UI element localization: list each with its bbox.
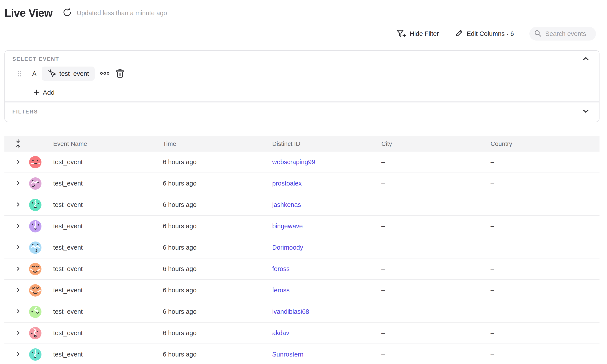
user-avatar bbox=[29, 199, 41, 211]
live-view-page: Live View Updated less than a minute ago… bbox=[0, 0, 607, 364]
page-header: Live View Updated less than a minute ago bbox=[4, 4, 167, 22]
refresh-button[interactable] bbox=[62, 8, 72, 18]
expand-row-button[interactable] bbox=[16, 287, 21, 293]
cell-time: 6 hours ago bbox=[163, 158, 272, 166]
cell-time: 6 hours ago bbox=[163, 222, 272, 230]
updated-status: Updated less than a minute ago bbox=[77, 10, 167, 17]
table-row[interactable]: test_event 6 hours ago feross – – bbox=[4, 280, 599, 301]
distinct-id-link[interactable]: ivandiblasi68 bbox=[272, 308, 309, 315]
user-avatar bbox=[29, 242, 41, 254]
cell-city: – bbox=[381, 329, 491, 337]
cell-city: – bbox=[381, 287, 491, 294]
delete-clause-button[interactable] bbox=[116, 68, 124, 79]
user-avatar bbox=[29, 348, 41, 361]
edit-columns-label: Edit Columns · 6 bbox=[467, 30, 514, 38]
event-clause-row: A test_event bbox=[5, 66, 124, 81]
cell-time: 6 hours ago bbox=[163, 201, 272, 208]
user-avatar bbox=[29, 156, 41, 168]
cell-event-name: test_event bbox=[53, 351, 163, 358]
distinct-id-link[interactable]: akdav bbox=[272, 329, 289, 337]
expand-row-button[interactable] bbox=[16, 159, 21, 165]
user-avatar bbox=[29, 284, 41, 297]
collapse-rows-button[interactable] bbox=[15, 138, 21, 150]
cell-event-name: test_event bbox=[53, 287, 163, 294]
distinct-id-link[interactable]: jashkenas bbox=[272, 201, 301, 208]
add-event-button[interactable]: Add bbox=[34, 88, 55, 97]
distinct-id-link[interactable]: feross bbox=[272, 287, 290, 294]
cell-country: – bbox=[491, 244, 599, 251]
hide-filter-button[interactable]: Hide Filter bbox=[396, 29, 439, 39]
chevron-right-icon bbox=[16, 287, 21, 293]
cell-country: – bbox=[491, 351, 599, 358]
expand-filters-button[interactable] bbox=[581, 108, 591, 115]
filters-section: FILTERS bbox=[5, 103, 599, 121]
expand-row-button[interactable] bbox=[16, 309, 21, 314]
cell-city: – bbox=[381, 351, 491, 358]
chevron-down-icon bbox=[583, 109, 589, 114]
cell-time: 6 hours ago bbox=[163, 265, 272, 273]
click-cursor-icon bbox=[47, 68, 56, 79]
table-row[interactable]: test_event 6 hours ago prostoalex – – bbox=[4, 173, 599, 194]
table-header-row: Event Name Time Distinct ID City Country bbox=[4, 136, 599, 152]
chevron-right-icon bbox=[16, 266, 21, 272]
table-row[interactable]: test_event 6 hours ago webscraping99 – – bbox=[4, 152, 599, 173]
distinct-id-link[interactable]: bingewave bbox=[272, 222, 303, 230]
cell-time: 6 hours ago bbox=[163, 308, 272, 315]
distinct-id-link[interactable]: prostoalex bbox=[272, 180, 302, 187]
event-select-chip[interactable]: test_event bbox=[42, 66, 95, 81]
distinct-id-link[interactable]: Dorimoody bbox=[272, 244, 303, 251]
pencil-icon bbox=[454, 29, 463, 39]
expand-row-button[interactable] bbox=[16, 245, 21, 250]
drag-handle-icon[interactable] bbox=[17, 70, 22, 77]
expand-row-button[interactable] bbox=[16, 181, 21, 186]
page-title: Live View bbox=[4, 7, 53, 19]
cell-time: 6 hours ago bbox=[163, 287, 272, 294]
cell-country: – bbox=[491, 329, 599, 337]
cell-city: – bbox=[381, 265, 491, 273]
cell-event-name: test_event bbox=[53, 308, 163, 315]
expand-row-button[interactable] bbox=[16, 202, 21, 208]
chevron-right-icon bbox=[16, 245, 21, 250]
chevron-right-icon bbox=[16, 202, 21, 208]
expand-row-button[interactable] bbox=[16, 330, 21, 336]
search-events-input[interactable] bbox=[545, 30, 592, 38]
event-chip-label: test_event bbox=[59, 70, 89, 77]
cell-country: – bbox=[491, 222, 599, 230]
table-row[interactable]: test_event 6 hours ago ivandiblasi68 – – bbox=[4, 301, 599, 323]
expand-row-button[interactable] bbox=[16, 223, 21, 229]
cell-city: – bbox=[381, 244, 491, 251]
cell-country: – bbox=[491, 308, 599, 315]
table-row[interactable]: test_event 6 hours ago Sunrostern – – bbox=[4, 344, 599, 364]
distinct-id-link[interactable]: webscraping99 bbox=[272, 158, 315, 166]
collapse-section-button[interactable] bbox=[581, 55, 591, 63]
expand-row-button[interactable] bbox=[16, 266, 21, 272]
cell-country: – bbox=[491, 201, 599, 208]
select-event-label: SELECT EVENT bbox=[12, 56, 59, 62]
column-header-city: City bbox=[381, 140, 491, 147]
distinct-id-link[interactable]: feross bbox=[272, 265, 290, 272]
chevron-right-icon bbox=[16, 330, 21, 336]
edit-columns-button[interactable]: Edit Columns · 6 bbox=[454, 29, 514, 39]
cell-city: – bbox=[381, 222, 491, 230]
cell-country: – bbox=[491, 158, 599, 166]
distinct-id-link[interactable]: Sunrostern bbox=[272, 351, 304, 358]
table-row[interactable]: test_event 6 hours ago akdav – – bbox=[4, 323, 599, 344]
table-row[interactable]: test_event 6 hours ago bingewave – – bbox=[4, 216, 599, 237]
more-options-button[interactable] bbox=[100, 71, 110, 76]
search-events-box[interactable] bbox=[529, 27, 596, 40]
table-row[interactable]: test_event 6 hours ago feross – – bbox=[4, 259, 599, 280]
select-event-section: SELECT EVENT bbox=[5, 51, 599, 101]
expand-row-button[interactable] bbox=[16, 352, 21, 357]
cell-time: 6 hours ago bbox=[163, 329, 272, 337]
filters-label: FILTERS bbox=[12, 109, 38, 115]
search-icon bbox=[534, 30, 541, 38]
column-header-distinct-id: Distinct ID bbox=[272, 140, 381, 147]
cell-time: 6 hours ago bbox=[163, 244, 272, 251]
cell-country: – bbox=[491, 265, 599, 273]
table-row[interactable]: test_event 6 hours ago jashkenas – – bbox=[4, 194, 599, 216]
table-row[interactable]: test_event 6 hours ago Dorimoody – – bbox=[4, 237, 599, 259]
cell-event-name: test_event bbox=[53, 265, 163, 273]
cell-event-name: test_event bbox=[53, 201, 163, 208]
query-builder-panel: SELECT EVENT bbox=[4, 50, 599, 122]
three-dots-icon bbox=[100, 71, 110, 76]
